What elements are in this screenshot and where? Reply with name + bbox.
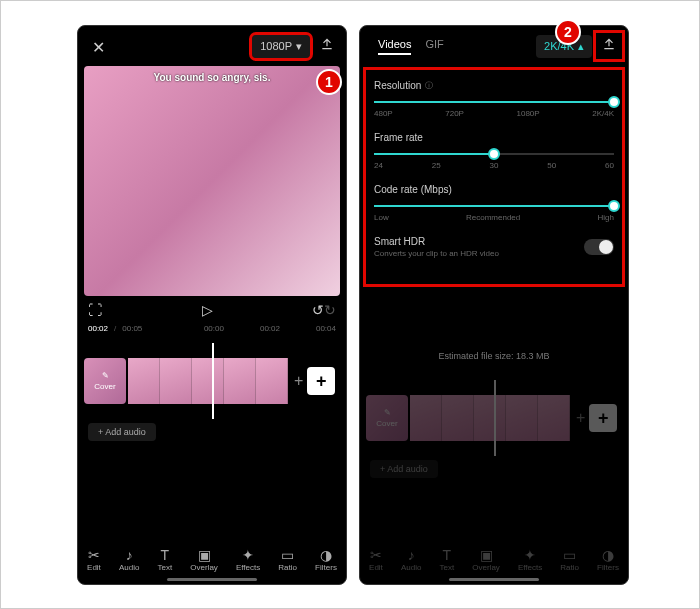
tab-videos[interactable]: Videos [378,38,411,55]
tool-audio[interactable]: ♪Audio [119,547,139,572]
export-panel: Resolutionⓘ 480P720P1080P2K/4K Frame rat… [366,70,622,284]
video-preview[interactable]: You sound so angry, sis. [84,66,340,296]
tool-filters[interactable]: ◑Filters [315,547,337,572]
export-icon[interactable] [314,33,340,59]
tool-edit[interactable]: ✂Edit [87,547,101,572]
timeline: ✎Cover ++ [366,386,622,450]
estimated-size: Estimated file size: 18.3 MB [360,351,628,361]
info-icon[interactable]: ⓘ [425,80,433,91]
time-current: 00:02 [88,324,108,333]
add-audio-button[interactable]: + Add audio [88,423,156,441]
resolution-dropdown[interactable]: 1080P▾ [252,35,310,58]
undo-icon[interactable]: ↺ [312,302,324,318]
add-clip-button[interactable]: + [307,367,335,395]
redo-icon[interactable]: ↻ [324,302,336,318]
chevron-down-icon: ▾ [296,40,302,53]
play-icon[interactable]: ▷ [202,302,213,318]
export-icon[interactable] [596,33,622,59]
resolution-label: Resolution [374,80,421,91]
tool-text[interactable]: TText [158,547,173,572]
home-indicator [449,578,539,581]
resolution-slider[interactable] [374,101,614,103]
smarthdr-sub: Converts your clip to an HDR video [374,249,499,258]
bottom-toolbar: ✂Edit ♪Audio TText ▣Overlay ✦Effects ▭Ra… [360,547,628,572]
tool-ratio[interactable]: ▭Ratio [278,547,297,572]
fullscreen-icon[interactable]: ⛶ [88,302,102,318]
time-total: 00:05 [122,324,142,333]
tool-effects[interactable]: ✦Effects [236,547,260,572]
framerate-slider[interactable] [374,153,614,155]
clip-track[interactable] [128,358,288,404]
framerate-label: Frame rate [374,132,614,143]
close-icon[interactable]: ✕ [92,38,105,57]
coderate-label: Code rate (Mbps) [374,184,614,195]
home-indicator [167,578,257,581]
coderate-slider[interactable] [374,205,614,207]
bottom-toolbar: ✂Edit ♪Audio TText ▣Overlay ✦Effects ▭Ra… [78,547,346,572]
editor-screen: ✕ 1080P▾ You sound so angry, sis. ⛶ ▷ ↺ … [77,25,347,585]
subtitle-text: You sound so angry, sis. [154,72,271,83]
callout-step-2: 2 [555,19,581,45]
tool-overlay[interactable]: ▣Overlay [190,547,218,572]
smarthdr-label: Smart HDR [374,236,499,247]
smarthdr-toggle[interactable] [584,239,614,255]
export-settings-screen: Videos GIF 2K/4K▴ Resolutionⓘ 480P720P10… [359,25,629,585]
timeline[interactable]: ✎Cover ++ [84,349,340,413]
cover-button[interactable]: ✎Cover [84,358,126,404]
chevron-up-icon: ▴ [578,40,584,53]
callout-step-1: 1 [316,69,342,95]
tab-gif[interactable]: GIF [425,38,443,55]
